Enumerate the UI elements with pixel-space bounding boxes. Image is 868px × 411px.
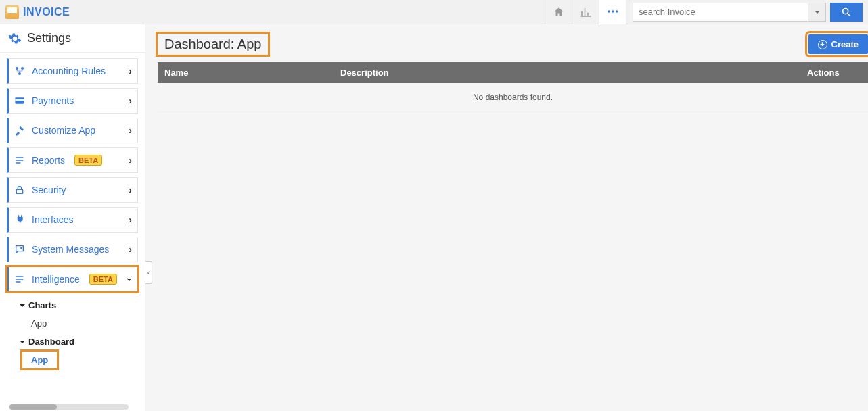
invoice-logo-icon (5, 5, 19, 19)
sidebar-sub-dashboard[interactable]: Dashboard (19, 333, 138, 351)
chevron-right-icon: › (129, 214, 132, 225)
tools-icon (14, 125, 25, 136)
chevron-right-icon: › (129, 66, 132, 76)
svg-point-0 (608, 10, 610, 13)
sidebar-item-label: System Messages (32, 244, 109, 255)
sidebar-item-intelligence[interactable]: Intelligence BETA › (7, 266, 138, 292)
search-icon (841, 7, 852, 18)
chevron-down-icon (19, 302, 26, 309)
plug-icon (14, 214, 25, 225)
sidebar-item-reports[interactable]: Reports BETA › (7, 147, 138, 173)
sidebar-title: Settings (0, 24, 145, 53)
sidebar-sub-intelligence: Charts App Dashboard App (7, 292, 138, 369)
sidebar-item-label: Security (32, 185, 66, 195)
process-icon (14, 66, 25, 76)
create-button-label: Create (831, 39, 859, 49)
page-title: Dashboard: App (158, 34, 268, 55)
plus-icon: + (818, 40, 827, 49)
sidebar-item-label: Intelligence (32, 274, 80, 285)
more-icon[interactable] (599, 0, 626, 24)
sidebar-item-interfaces[interactable]: Interfaces › (7, 207, 138, 233)
sidebar-title-label: Settings (27, 31, 71, 45)
card-icon (14, 95, 25, 106)
table-header: Name Description Actions (158, 62, 868, 83)
col-actions: Actions (800, 62, 868, 83)
chevron-right-icon: › (129, 185, 132, 195)
svg-point-4 (16, 67, 18, 70)
content: Dashboard: App + Create Name Description… (145, 24, 868, 411)
sidebar-item-payments[interactable]: Payments › (7, 88, 138, 114)
dashboard-table: Name Description Actions No dashboards f… (158, 62, 868, 112)
create-button[interactable]: + Create (808, 34, 868, 54)
sidebar-sub-label: Charts (28, 300, 56, 310)
chevron-right-icon: › (129, 125, 132, 136)
chevron-right-icon: › (129, 244, 132, 255)
home-icon[interactable] (545, 0, 572, 24)
sidebar-item-customize-app[interactable]: Customize App › (7, 118, 138, 143)
svg-point-5 (21, 67, 24, 70)
svg-point-6 (18, 72, 21, 75)
chevron-left-icon: ‹ (147, 268, 150, 276)
topbar: INVOICE (0, 0, 868, 24)
sidebar-sub-label: Dashboard (28, 337, 74, 347)
svg-point-2 (616, 10, 618, 13)
search-button[interactable] (830, 3, 863, 22)
top-icons (545, 0, 626, 24)
sidebar-item-accounting-rules[interactable]: Accounting Rules › (7, 58, 138, 84)
sidebar-item-label: Payments (32, 95, 74, 106)
sidebar-leaf-dashboard-app[interactable]: App (22, 351, 58, 369)
sidebar-item-label: Accounting Rules (32, 66, 106, 76)
chevron-down-icon (19, 339, 26, 345)
chevron-down-icon: › (125, 278, 136, 281)
beta-badge: BETA (89, 274, 117, 285)
col-description: Description (334, 62, 800, 83)
svg-point-3 (843, 8, 848, 14)
sidebar: Settings Accounting Rules › Payments › C… (0, 24, 145, 411)
sidebar-item-security[interactable]: Security › (7, 177, 138, 203)
sidebar-leaf-charts-app[interactable]: App (19, 314, 138, 333)
beta-badge: BETA (74, 155, 102, 166)
sidebar-sub-charts[interactable]: Charts (19, 296, 138, 314)
chart-icon[interactable] (572, 0, 599, 24)
sidebar-item-label: Reports (32, 155, 65, 166)
svg-point-1 (612, 10, 614, 13)
sidebar-item-system-messages[interactable]: System Messages › (7, 237, 138, 262)
horizontal-scrollbar[interactable] (9, 404, 129, 410)
empty-message: No dashboards found. (158, 83, 868, 112)
lock-icon (14, 185, 25, 195)
brand[interactable]: INVOICE (5, 5, 70, 19)
sidebar-item-label: Customize App (32, 125, 95, 136)
chat-icon (14, 244, 25, 255)
col-name: Name (158, 62, 334, 83)
gear-icon (8, 32, 22, 45)
svg-rect-8 (15, 99, 24, 101)
search-input[interactable] (633, 3, 808, 22)
content-header: Dashboard: App + Create (158, 34, 868, 62)
brand-label: INVOICE (23, 6, 70, 18)
sidebar-item-label: Interfaces (32, 214, 73, 225)
chevron-right-icon: › (129, 155, 132, 166)
svg-rect-9 (16, 189, 22, 193)
sidebar-collapse-handle[interactable]: ‹ (145, 261, 152, 284)
list-icon (14, 274, 25, 285)
list-icon (14, 155, 25, 166)
chevron-right-icon: › (129, 95, 132, 106)
search-dropdown[interactable] (808, 3, 826, 22)
chevron-down-icon (814, 9, 821, 16)
